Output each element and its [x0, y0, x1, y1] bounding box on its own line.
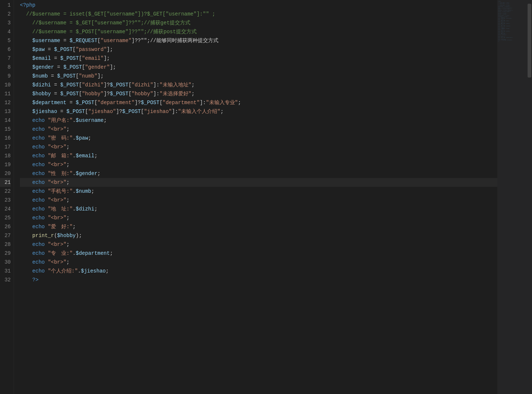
minimap: <?php // $username = isset... // $userna…: [497, 0, 527, 394]
code-line: echo "<br>";: [20, 178, 497, 187]
line-number: 6: [0, 45, 11, 54]
line-number: 11: [0, 89, 11, 98]
code-line: echo "密 码:".$paw;: [20, 134, 497, 143]
code-line: echo "邮 箱:".$email;: [20, 151, 497, 160]
code-line: echo "<br>";: [20, 196, 497, 205]
code-line: print_r($hobby);: [20, 231, 497, 240]
minimap-content: <?php // $username = isset... // $userna…: [497, 0, 527, 394]
code-line: $gender = $_POST["gender"];: [20, 63, 497, 72]
line-number: 27: [0, 231, 11, 240]
code-line: echo "<br>";: [20, 143, 497, 151]
code-line: echo "个人介绍:".$jieshao;: [20, 267, 497, 275]
line-number: 3: [0, 18, 11, 27]
line-number: 30: [0, 258, 11, 267]
code-line: $jieshao = $_POST["jieshao"]?$_POST["jie…: [20, 107, 497, 116]
line-number: 9: [0, 72, 11, 80]
line-number: 16: [0, 134, 11, 143]
line-number: 10: [0, 80, 11, 89]
line-number: 13: [0, 107, 11, 116]
line-number: 5: [0, 36, 11, 45]
code-line: $paw = $_POST["password"];: [20, 45, 497, 54]
line-number: 31: [0, 267, 11, 275]
line-number: 15: [0, 125, 11, 134]
line-number: 22: [0, 187, 11, 196]
code-line: echo "专 业:".$department;: [20, 249, 497, 258]
line-number: 7: [0, 54, 11, 63]
line-number: 32: [0, 275, 11, 284]
code-line: $dizhi = $_POST["dizhi"]?$_POST["dizhi"]…: [20, 80, 497, 89]
line-number: 2: [0, 10, 11, 18]
line-number: 24: [0, 205, 11, 213]
scrollbar[interactable]: [527, 0, 532, 394]
code-line: echo "地 址:".$dizhi;: [20, 205, 497, 213]
code-line: echo "手机号:".$numb;: [20, 187, 497, 196]
scrollbar-thumb[interactable]: [528, 4, 531, 78]
line-number: 1: [0, 1, 11, 10]
code-line: echo "<br>";: [20, 125, 497, 134]
code-editor: 1234567891011121314151617181920212223242…: [0, 0, 532, 394]
line-number: 19: [0, 160, 11, 169]
line-number: 17: [0, 143, 11, 151]
line-number: 18: [0, 151, 11, 160]
code-line: $department = $_POST["department"]?$_POS…: [20, 98, 497, 107]
line-number: 8: [0, 63, 11, 72]
code-line: echo "<br>";: [20, 258, 497, 267]
line-number: 20: [0, 169, 11, 178]
code-line: //$username = $_POST["username"]??"";//捕…: [20, 27, 497, 36]
code-line: echo "性 别:".$gender;: [20, 169, 497, 178]
code-line: echo "<br>";: [20, 213, 497, 222]
code-line: ?>: [20, 275, 497, 284]
line-number: 4: [0, 27, 11, 36]
code-line: $numb = $_POST["numb"];: [20, 72, 497, 80]
code-line: $username = $_REQUEST["username"]??"";//…: [20, 36, 497, 45]
code-line: echo "爱 好:";: [20, 222, 497, 231]
code-line: echo "用户名:".$username;: [20, 116, 497, 125]
line-number: 12: [0, 98, 11, 107]
code-line: $hobby = $_POST["hobby"]?$_POST["hobby"]…: [20, 89, 497, 98]
line-number: 21: [0, 178, 11, 187]
line-number: 26: [0, 222, 11, 231]
line-number: 23: [0, 196, 11, 205]
code-line: echo "<br>";: [20, 160, 497, 169]
line-numbers: 1234567891011121314151617181920212223242…: [0, 0, 14, 394]
code-content: <?php //$username = isset($_GET["usernam…: [14, 0, 497, 394]
code-line: echo "<br>";: [20, 240, 497, 249]
line-number: 14: [0, 116, 11, 125]
code-line: //$username = isset($_GET["username"])?$…: [20, 10, 497, 18]
line-number: 25: [0, 213, 11, 222]
code-line: //$username = $_GET["username"]??"";//捕获…: [20, 18, 497, 27]
line-number: 28: [0, 240, 11, 249]
code-line: $email = $_POST["email"];: [20, 54, 497, 63]
line-number: 29: [0, 249, 11, 258]
code-line: <?php: [20, 1, 497, 10]
